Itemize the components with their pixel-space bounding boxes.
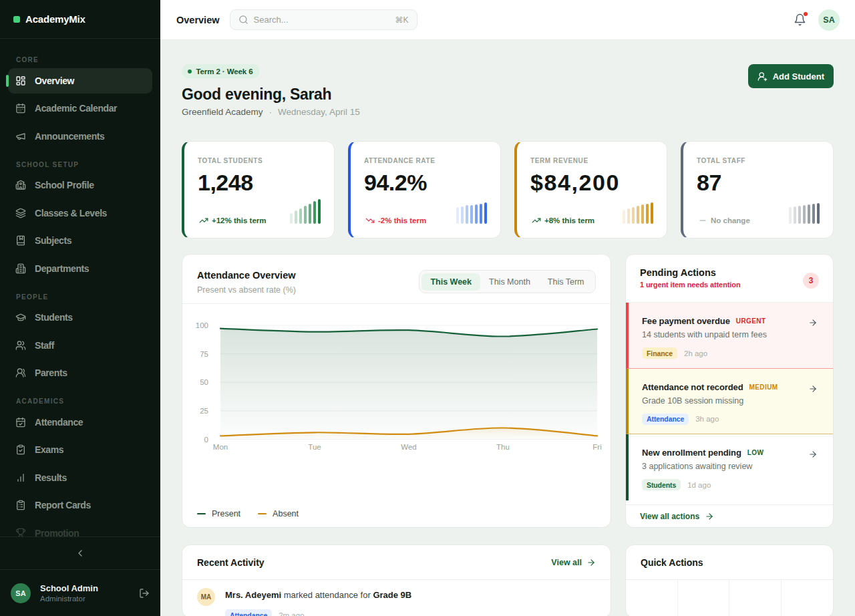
svg-text:100: 100 bbox=[196, 321, 208, 329]
svg-text:Tue: Tue bbox=[308, 443, 321, 451]
svg-text:Thu: Thu bbox=[496, 443, 510, 451]
svg-text:Mon: Mon bbox=[213, 443, 228, 451]
svg-text:Wed: Wed bbox=[401, 443, 416, 451]
svg-text:50: 50 bbox=[200, 378, 208, 386]
svg-text:75: 75 bbox=[200, 350, 208, 358]
svg-text:0: 0 bbox=[204, 436, 208, 444]
svg-text:Fri: Fri bbox=[592, 443, 601, 451]
svg-text:25: 25 bbox=[200, 407, 208, 415]
